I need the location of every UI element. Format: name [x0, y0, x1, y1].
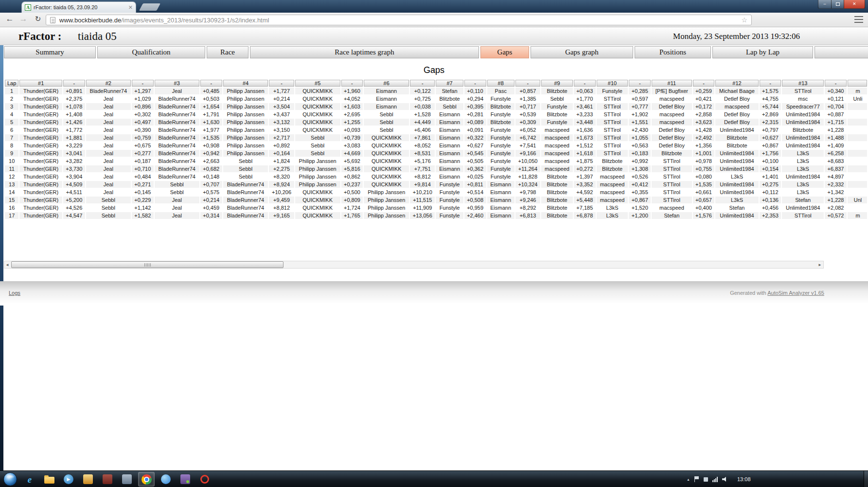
- back-button[interactable]: ←: [4, 14, 16, 24]
- gap-cell: +1,029: [132, 95, 154, 102]
- driver-cell: Blitzbote: [782, 126, 824, 133]
- gap-cell: +1,342: [825, 189, 847, 196]
- gap-cell: +11,264: [515, 165, 540, 172]
- tab-qualification[interactable]: Qualification: [97, 46, 205, 58]
- gap-cell: +1,428: [693, 126, 715, 133]
- minimize-button[interactable]: –: [818, 0, 832, 9]
- taskbar-maroon-app-button[interactable]: [99, 472, 116, 487]
- new-tab-button[interactable]: [139, 3, 160, 11]
- tab-gaps[interactable]: Gaps: [480, 46, 529, 58]
- generator-link[interactable]: AutoSim Analyzer v1.65: [767, 290, 824, 296]
- taskbar-steel-app-button[interactable]: [119, 472, 135, 487]
- driver-cell: Philipp Janssen: [223, 134, 268, 141]
- driver-cell: BladeRunner74: [223, 204, 268, 211]
- overflow-cell: m: [848, 212, 867, 219]
- lap-cell: 6: [5, 126, 18, 133]
- driver-cell: macspeed: [541, 126, 573, 133]
- driver-cell: macspeed: [652, 111, 691, 118]
- gaps-row: 6Thunder(GER)+1,772Jeal+0,390BladeRunner…: [5, 126, 867, 133]
- browser-tab[interactable]: A rFactor: tiaida 05, 23.09.20 ✕: [21, 1, 136, 13]
- chevron-up-icon[interactable]: ▲: [687, 478, 690, 481]
- overflow-cell: [848, 173, 867, 180]
- gap-cell: +4,669: [341, 150, 363, 157]
- driver-cell: Detlef Bloy: [715, 119, 758, 126]
- taskbar-media-player-button[interactable]: ▶: [60, 472, 77, 487]
- taskbar-clock[interactable]: 13:08: [737, 471, 751, 487]
- start-orb[interactable]: [3, 472, 17, 486]
- logs-link[interactable]: Logs: [9, 290, 20, 296]
- tab-summary[interactable]: Summary: [4, 46, 96, 58]
- scrollbar-thumb[interactable]: [11, 261, 283, 268]
- browser-menu-icon[interactable]: [854, 16, 863, 23]
- gap-cell: +1,654: [200, 103, 222, 110]
- gap-cell: +1,426: [63, 119, 85, 126]
- taskbar: e▶ ▲ 13:08: [0, 470, 868, 487]
- maximize-button[interactable]: [831, 0, 844, 9]
- gap-cell: +2,663: [200, 158, 222, 164]
- scroll-left-icon[interactable]: ◄: [5, 262, 9, 268]
- driver-cell: Detlef Bloy: [715, 111, 758, 118]
- tab-close-icon[interactable]: ✕: [128, 4, 133, 11]
- driver-cell: Philipp Janssen: [223, 88, 268, 94]
- gap-cell: +3,083: [341, 142, 363, 149]
- taskbar-violet-app-button[interactable]: [177, 472, 194, 487]
- driver-cell: QUICKMIKK: [295, 212, 340, 219]
- tab-race-laptimes-graph[interactable]: Race laptimes graph: [250, 46, 479, 58]
- address-bar[interactable]: www.bockbierbude.de/images/events_2013/r…: [46, 15, 752, 25]
- gap-cell: +9,165: [269, 212, 294, 219]
- driver-cell: Jeal: [86, 173, 131, 180]
- gap-cell: +8,924: [269, 181, 294, 188]
- column-header: -: [515, 80, 540, 87]
- gap-cell: +0,485: [200, 88, 222, 94]
- reload-button[interactable]: ↻: [32, 15, 44, 23]
- taskbar-messenger-button[interactable]: [158, 472, 174, 487]
- gap-cell: +6,813: [515, 212, 540, 219]
- driver-cell: QUICKMIKK: [364, 165, 409, 172]
- tray-app-icon[interactable]: [704, 477, 708, 482]
- tab-positions[interactable]: Positions: [635, 46, 711, 58]
- action-center-flag-icon[interactable]: [694, 476, 699, 482]
- forward-button[interactable]: →: [18, 14, 29, 24]
- show-desktop-button[interactable]: [864, 471, 868, 487]
- driver-cell: Stefan: [652, 212, 691, 219]
- horizontal-scrollbar[interactable]: ◄ ►: [4, 261, 824, 269]
- gaps-row: 17Thunder(GER)+4,547Sebbl+1,582Jeal+0,31…: [5, 212, 867, 219]
- driver-cell: Unlimited1984: [782, 142, 824, 149]
- gap-cell: +1,488: [825, 134, 847, 141]
- taskbar-ie-button[interactable]: e: [21, 472, 38, 487]
- driver-cell: [PfE] Bugfixer: [652, 88, 691, 94]
- bookmark-star-icon[interactable]: ☆: [741, 16, 747, 24]
- driver-cell: Blitzbote: [715, 134, 758, 141]
- gap-cell: +10,324: [515, 181, 540, 188]
- close-button[interactable]: ✕: [844, 0, 865, 9]
- page-footer: Logs Generated with AutoSim Analyzer v1.…: [0, 281, 868, 306]
- driver-cell: macspeed: [597, 189, 628, 196]
- taskbar-opera-button[interactable]: [196, 472, 213, 487]
- volume-icon[interactable]: [722, 477, 728, 482]
- gaps-row: 1Thunder(GER)+0,891BladeRunner74+1,297Je…: [5, 88, 867, 94]
- lap-cell: 8: [5, 142, 18, 149]
- driver-cell: L3kS: [782, 189, 824, 196]
- tab-race[interactable]: Race: [207, 46, 248, 58]
- gap-cell: +1,724: [341, 204, 363, 211]
- column-header: #1: [19, 80, 62, 87]
- network-icon[interactable]: [712, 477, 718, 482]
- gap-cell: +0,908: [200, 142, 222, 149]
- gap-cell: +2,717: [269, 134, 294, 141]
- driver-cell: Sebbl: [223, 158, 268, 164]
- gaps-table-wrap: Lap#1-#2-#3-#4-#5-#6-#7-#8-#9-#10-#11-#1…: [4, 79, 868, 220]
- taskbar-apps: e▶: [21, 472, 213, 487]
- taskbar-chrome-button[interactable]: [138, 472, 155, 487]
- tab-gaps-graph[interactable]: Gaps graph: [531, 46, 633, 58]
- tab-lap-by-lap[interactable]: Lap by Lap: [712, 46, 813, 58]
- scroll-right-icon[interactable]: ►: [818, 262, 822, 268]
- gap-cell: +1,630: [200, 119, 222, 126]
- gap-cell: +1,575: [760, 88, 781, 94]
- column-header: -: [760, 80, 781, 87]
- driver-cell: QUICKMIKK: [295, 95, 340, 102]
- gap-cell: +2,430: [629, 126, 651, 133]
- gap-cell: +1,535: [200, 134, 222, 141]
- taskbar-amber-app-button[interactable]: [80, 472, 96, 487]
- taskbar-folder-button[interactable]: [41, 472, 57, 487]
- driver-cell: BladeRunner74: [223, 197, 268, 203]
